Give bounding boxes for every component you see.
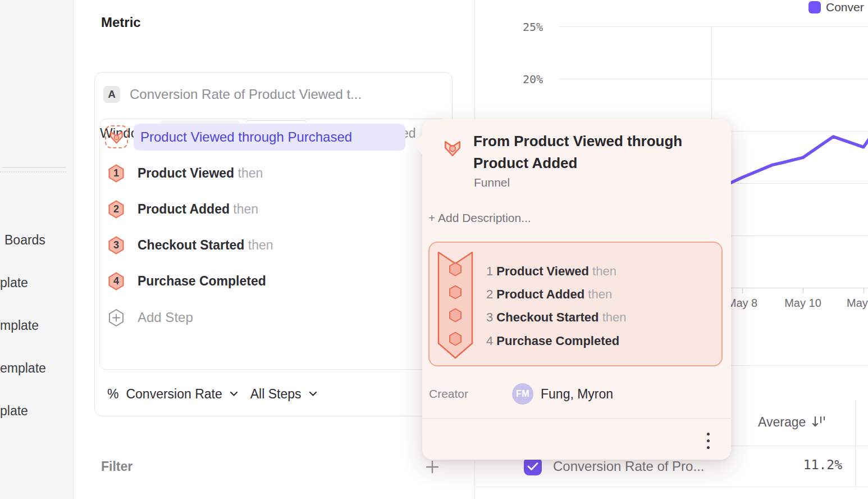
step-1-badge: 1: [108, 164, 125, 183]
popover-step-4: 4 Purchase Completed: [486, 333, 619, 350]
sidebar-divider-dotted: [0, 171, 66, 173]
popover-step-3: 3 Checkout Started then: [486, 309, 626, 326]
sort-descending-icon: [812, 415, 826, 429]
filter-heading: Filter: [101, 459, 133, 474]
average-column-header[interactable]: Average: [758, 414, 826, 430]
funnel-details-popover: From Product Viewed through Product Adde…: [422, 119, 731, 460]
step-4-badge: 4: [108, 272, 125, 291]
sidebar-item-template-1[interactable]: plate: [0, 275, 28, 291]
table-row-average-value: 11.2%: [752, 457, 842, 472]
metric-config-panel: Metric A Conversion Rate of Product View…: [74, 0, 475, 499]
metric-heading: Metric: [101, 15, 141, 30]
popover-type-label: Funnel: [474, 176, 510, 189]
funnel-definition-section: Product Viewed through Purchased 1 Produ…: [99, 119, 448, 370]
sidebar-divider: [2, 167, 66, 168]
funnel-step-1[interactable]: 1 Product Viewed then: [108, 163, 263, 183]
series-title[interactable]: Conversion Rate of Product Viewed t...: [130, 86, 362, 103]
add-step-button[interactable]: Add Step: [108, 307, 193, 328]
table-row-label[interactable]: Conversion Rate of Pro...: [553, 459, 704, 474]
funnel-banner-icon: [437, 250, 474, 360]
step-4-name: Purchase Completed: [138, 274, 266, 288]
checkmark-icon: [527, 462, 538, 471]
step-3-badge: 3: [108, 236, 125, 255]
step-3-operator: then: [244, 238, 273, 252]
funnel-name: Product Viewed through Purchased: [140, 129, 352, 145]
sidebar-item-template-3[interactable]: emplate: [0, 361, 46, 376]
creator-name: Fung, Myron: [541, 387, 613, 402]
add-step-label: Add Step: [138, 310, 193, 325]
steps-scope-select[interactable]: All Steps: [250, 387, 301, 402]
metric-card: A Conversion Rate of Product Viewed t...…: [94, 72, 453, 416]
step-2-badge: 2: [108, 200, 125, 219]
measure-prefix: %: [107, 387, 118, 402]
funnel-name-pill[interactable]: Product Viewed through Purchased: [134, 124, 405, 151]
chevron-down-icon[interactable]: [230, 391, 238, 397]
table-column-divider: [855, 400, 856, 487]
popover-step-2: 2 Product Added then: [486, 286, 612, 303]
funnel-step-2[interactable]: 2 Product Added then: [108, 199, 258, 219]
step-1-name: Product Viewed: [138, 166, 234, 180]
funnel-step-3[interactable]: 3 Checkout Started then: [108, 235, 273, 255]
funnel-step-4[interactable]: 4 Purchase Completed: [108, 271, 266, 291]
sidebar-item-template-4[interactable]: plate: [0, 403, 28, 419]
popover-funnel-summary: 1 Product Viewed then 2 Product Added th…: [428, 242, 723, 366]
popover-title: From Product Viewed through Product Adde…: [473, 130, 706, 174]
step-2-name: Product Added: [138, 202, 230, 216]
sidebar-item-template-2[interactable]: mplate: [0, 318, 39, 333]
table-row-divider: [475, 487, 868, 487]
sidebar: Boards plate mplate emplate plate: [0, 0, 74, 499]
more-options-kebab-icon[interactable]: [707, 433, 710, 449]
app-window: Boards plate mplate emplate plate Metric…: [0, 0, 868, 499]
sidebar-item-boards[interactable]: Boards: [4, 233, 45, 248]
popover-step-1: 1 Product Viewed then: [486, 263, 616, 280]
measure-row: % Conversion Rate All Steps: [107, 382, 317, 406]
funnel-icon[interactable]: [105, 125, 128, 148]
add-description-link[interactable]: + Add Description...: [428, 211, 531, 225]
step-1-operator: then: [234, 166, 263, 180]
step-2-operator: then: [230, 202, 258, 216]
add-filter-button[interactable]: [425, 460, 440, 474]
avatar: FM: [512, 383, 533, 405]
creator-label: Creator: [429, 387, 468, 401]
measure-select[interactable]: Conversion Rate: [126, 387, 222, 402]
funnel-icon: [442, 138, 463, 157]
series-badge: A: [103, 86, 120, 103]
funnel-glyph: [109, 129, 124, 144]
popover-footer-divider: [422, 418, 731, 419]
chevron-down-icon[interactable]: [309, 391, 317, 397]
add-step-hexagon-icon: [108, 309, 125, 327]
step-3-name: Checkout Started: [138, 238, 244, 252]
series-checkbox-checked[interactable]: [524, 457, 542, 475]
